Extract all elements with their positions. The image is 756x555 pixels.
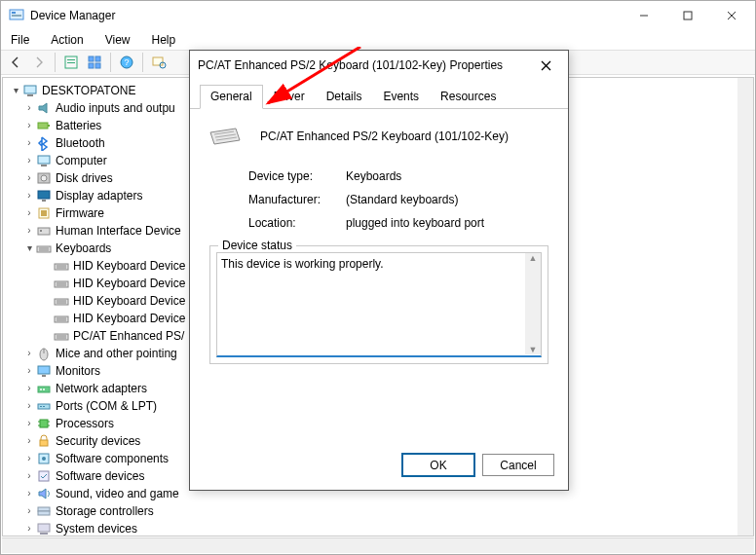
svg-rect-68 (39, 471, 49, 481)
svg-rect-20 (38, 123, 48, 129)
svg-rect-41 (55, 299, 68, 305)
port-icon (36, 398, 52, 414)
menu-help[interactable]: Help (148, 32, 180, 48)
svg-rect-72 (40, 533, 48, 535)
svg-rect-18 (24, 86, 36, 93)
pc-icon (22, 83, 38, 98)
monitor-icon (36, 363, 52, 379)
tab-events[interactable]: Events (372, 85, 430, 109)
cpu-icon (36, 416, 52, 431)
label-device-type: Device type: (248, 169, 346, 183)
storage-icon (36, 503, 52, 519)
battery-icon (36, 118, 52, 133)
svg-rect-58 (40, 406, 42, 407)
toolbar-view-icon[interactable] (84, 52, 105, 73)
svg-rect-13 (95, 63, 100, 68)
device-status-label: Device status (218, 239, 296, 252)
label-manufacturer: Manufacturer: (248, 193, 346, 206)
network-icon (36, 381, 52, 396)
properties-dialog: PC/AT Enhanced PS/2 Keyboard (101/102-Ke… (189, 50, 569, 491)
svg-rect-27 (42, 200, 46, 202)
tree-item[interactable]: ›Storage controllers (3, 502, 753, 520)
forward-button[interactable] (28, 52, 50, 73)
window-title: Device Manager (30, 9, 115, 22)
toolbar-detail-icon[interactable] (60, 52, 82, 73)
tree-item[interactable]: ›System devices (3, 520, 753, 536)
computer-icon (36, 153, 52, 168)
firmware-icon (36, 205, 52, 221)
vertical-scrollbar[interactable] (737, 78, 753, 536)
menu-file[interactable]: File (7, 32, 33, 48)
svg-rect-47 (55, 334, 68, 340)
svg-rect-30 (38, 228, 50, 235)
svg-rect-8 (67, 59, 75, 60)
svg-rect-65 (40, 440, 48, 446)
tab-driver[interactable]: Driver (263, 85, 316, 109)
svg-rect-69 (38, 507, 50, 511)
titlebar: Device Manager (1, 1, 755, 30)
hid-icon (36, 223, 52, 239)
tab-details[interactable]: Details (316, 85, 373, 109)
status-scrollbar[interactable]: ▲▼ (525, 253, 541, 354)
svg-rect-12 (89, 63, 94, 68)
svg-rect-35 (55, 264, 68, 270)
keyboard-icon (54, 328, 69, 344)
menu-view[interactable]: View (101, 32, 134, 48)
dialog-close-button[interactable] (531, 54, 560, 77)
svg-rect-19 (27, 94, 33, 96)
system-icon (36, 521, 52, 536)
svg-rect-59 (43, 406, 45, 407)
swdev-icon (36, 468, 52, 484)
svg-rect-60 (40, 420, 48, 427)
statusbar (2, 537, 754, 553)
back-button[interactable] (5, 52, 26, 73)
device-status-text[interactable]: This device is working properly. (216, 252, 542, 357)
value-device-type: Keyboards (346, 169, 401, 183)
keyboard-icon (54, 293, 69, 309)
display-icon (36, 188, 52, 204)
svg-rect-10 (89, 56, 94, 61)
svg-rect-52 (38, 366, 50, 374)
bluetooth-icon (36, 135, 52, 151)
label-location: Location: (248, 216, 346, 230)
svg-rect-4 (684, 12, 692, 19)
minimize-button[interactable] (622, 2, 665, 29)
maximize-button[interactable] (665, 2, 709, 29)
menu-action[interactable]: Action (47, 32, 87, 48)
keyboard-icon (36, 240, 52, 256)
device-name: PC/AT Enhanced PS/2 Keyboard (101/102-Ke… (260, 130, 509, 143)
svg-rect-26 (38, 191, 50, 199)
toolbar-scan-icon[interactable] (148, 52, 170, 73)
svg-rect-1 (12, 12, 16, 14)
svg-rect-9 (67, 62, 75, 63)
cancel-button[interactable]: Cancel (482, 454, 554, 476)
disk-icon (36, 170, 52, 186)
svg-text:?: ? (124, 57, 129, 67)
keyboard-icon (54, 311, 69, 326)
dialog-title: PC/AT Enhanced PS/2 Keyboard (101/102-Ke… (198, 58, 503, 72)
value-manufacturer: (Standard keyboards) (346, 193, 458, 206)
toolbar-help-icon[interactable]: ? (116, 52, 137, 73)
dialog-tabs: General Driver Details Events Resources (190, 80, 568, 109)
svg-point-25 (41, 175, 47, 181)
svg-rect-2 (12, 15, 21, 17)
svg-rect-32 (37, 246, 51, 252)
tab-resources[interactable]: Resources (430, 85, 507, 109)
svg-rect-22 (38, 156, 50, 164)
close-button[interactable] (709, 2, 753, 29)
value-location: plugged into keyboard port (346, 216, 484, 230)
mouse-icon (36, 346, 52, 361)
ok-button[interactable]: OK (402, 454, 474, 476)
svg-point-55 (40, 388, 42, 390)
menubar: File Action View Help (1, 30, 755, 50)
app-icon (9, 8, 24, 23)
svg-rect-23 (41, 165, 47, 166)
audio-icon (36, 100, 52, 116)
swcomp-icon (36, 451, 52, 466)
tab-general[interactable]: General (200, 85, 263, 109)
svg-rect-70 (38, 511, 50, 515)
device-status-group: Device status This device is working pro… (209, 245, 548, 364)
svg-point-56 (43, 388, 45, 390)
keyboard-icon (209, 127, 241, 146)
svg-rect-53 (42, 375, 46, 377)
